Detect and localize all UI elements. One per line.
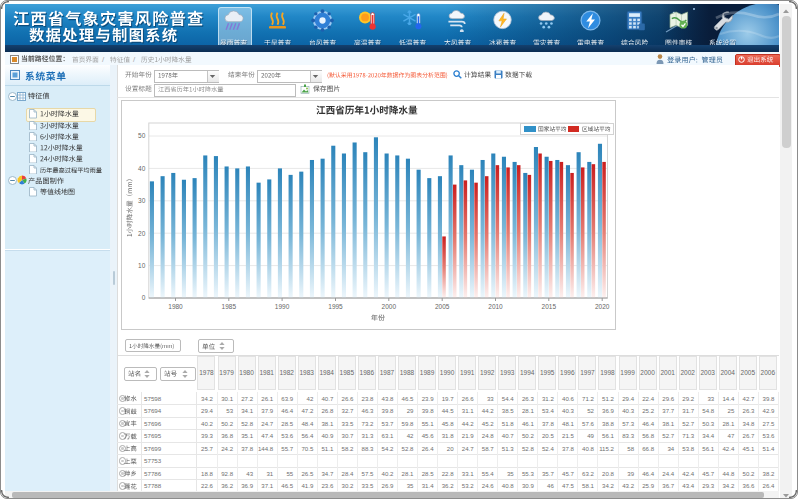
svg-text:1990: 1990	[275, 303, 290, 310]
svg-text:10: 10	[138, 262, 146, 269]
svg-text:50: 50	[138, 132, 146, 139]
svg-text:2005: 2005	[435, 303, 450, 310]
svg-text:30: 30	[138, 197, 146, 204]
svg-text:20: 20	[138, 230, 146, 237]
svg-text:1985: 1985	[222, 303, 237, 310]
svg-text:2010: 2010	[488, 303, 503, 310]
svg-text:1980: 1980	[168, 303, 183, 310]
svg-text:2020: 2020	[595, 303, 610, 310]
svg-text:0: 0	[142, 294, 146, 301]
svg-text:1995: 1995	[328, 303, 343, 310]
svg-text:2000: 2000	[382, 303, 397, 310]
svg-text:2015: 2015	[542, 303, 557, 310]
svg-text:40: 40	[138, 165, 146, 172]
